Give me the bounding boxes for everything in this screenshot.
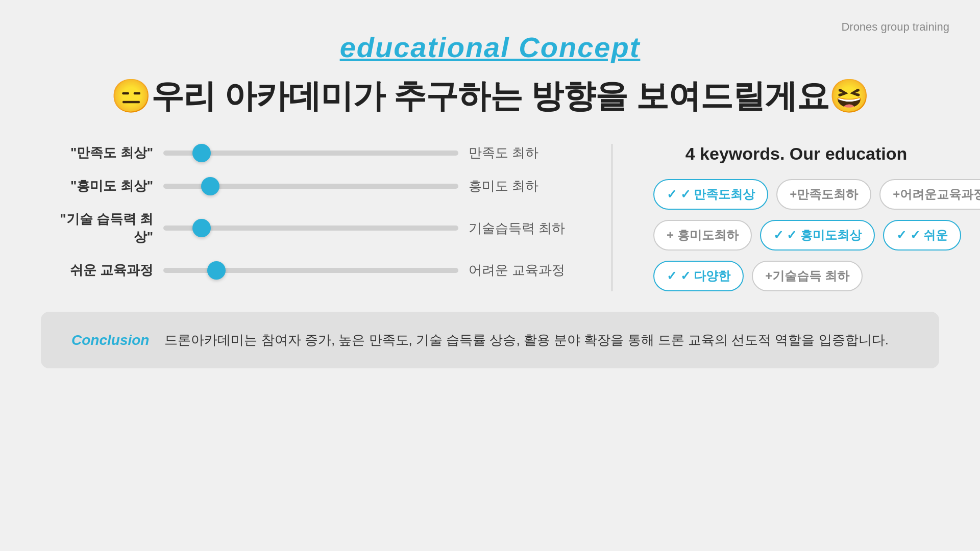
slider-track-3	[163, 268, 458, 273]
conclusion-label: Conclusion	[71, 332, 149, 348]
keyword-chip-1-1[interactable]: ✓ 흥미도최상	[760, 220, 875, 251]
keywords-row-0: ✓ 만족도최상+만족도최하+어려운교육과정	[653, 179, 939, 210]
slider-track-0	[163, 151, 458, 156]
slider-row-0: "만족도 최상"만족도 최하	[41, 144, 571, 162]
slider-track-container-3[interactable]	[163, 265, 458, 276]
keyword-chip-0-0[interactable]: ✓ 만족도최상	[653, 179, 768, 210]
slider-left-label-0: "만족도 최상"	[41, 144, 153, 162]
keyword-chip-2-1[interactable]: +기술습득 최하	[752, 261, 863, 291]
slider-row-3: 쉬운 교육과정어려운 교육과정	[41, 261, 571, 279]
slider-row-1: "흥미도 최상"흥미도 최하	[41, 177, 571, 195]
slider-left-label-2: "기술 습득력 최상"	[41, 210, 153, 246]
slider-track-1	[163, 184, 458, 189]
slider-left-label-3: 쉬운 교육과정	[41, 261, 153, 279]
slider-thumb-2[interactable]	[192, 219, 211, 237]
keywords-title: 4 keywords. Our education	[653, 144, 939, 164]
keywords-row-2: ✓ 다양한+기술습득 최하	[653, 261, 939, 291]
keyword-chip-1-0[interactable]: + 흥미도최하	[653, 220, 752, 251]
slider-row-2: "기술 습득력 최상"기술습득력 최하	[41, 210, 571, 246]
keywords-rows: ✓ 만족도최상+만족도최하+어려운교육과정+ 흥미도최하✓ 흥미도최상✓ 쉬운✓…	[653, 179, 939, 291]
slider-track-container-0[interactable]	[163, 148, 458, 158]
keywords-row-1: + 흥미도최하✓ 흥미도최상✓ 쉬운	[653, 220, 939, 251]
watermark: Drones group training	[841, 20, 949, 34]
keyword-chip-0-1[interactable]: +만족도최하	[776, 179, 871, 210]
slider-track-2	[163, 226, 458, 231]
conclusion-text: 드론아카데미는 참여자 증가, 높은 만족도, 기술 습득률 상승, 활용 분야…	[164, 330, 888, 350]
divider-vertical	[611, 144, 612, 291]
keyword-chip-2-0[interactable]: ✓ 다양한	[653, 261, 744, 291]
slider-right-label-2: 기술습득력 최하	[469, 219, 571, 237]
slider-right-label-3: 어려운 교육과정	[469, 261, 571, 279]
slider-track-container-2[interactable]	[163, 223, 458, 233]
content-area: "만족도 최상"만족도 최하"흥미도 최상"흥미도 최하"기술 습득력 최상"기…	[0, 144, 980, 291]
subtitle: 😑우리 아카데미가 추구하는 방향을 보여드릴게요😆	[0, 74, 980, 118]
slider-left-label-1: "흥미도 최상"	[41, 177, 153, 195]
slider-thumb-3[interactable]	[207, 261, 226, 280]
slider-right-label-1: 흥미도 최하	[469, 177, 571, 195]
sliders-section: "만족도 최상"만족도 최하"흥미도 최상"흥미도 최하"기술 습득력 최상"기…	[41, 144, 571, 279]
slider-track-container-1[interactable]	[163, 181, 458, 191]
slider-thumb-0[interactable]	[192, 144, 211, 162]
keywords-section: 4 keywords. Our education ✓ 만족도최상+만족도최하+…	[653, 144, 939, 291]
slider-right-label-0: 만족도 최하	[469, 144, 571, 162]
keyword-chip-0-2[interactable]: +어려운교육과정	[879, 179, 980, 210]
keyword-chip-1-2[interactable]: ✓ 쉬운	[883, 220, 961, 251]
slider-thumb-1[interactable]	[201, 177, 219, 195]
conclusion-box: Conclusion 드론아카데미는 참여자 증가, 높은 만족도, 기술 습득…	[41, 312, 939, 368]
main-title: educational Concept	[0, 31, 980, 64]
